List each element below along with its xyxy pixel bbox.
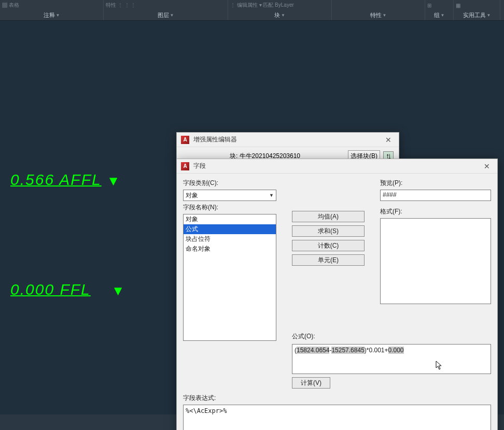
level-marker-icon: ▼ [107,173,121,189]
level-marker-icon: ▼ [111,283,126,299]
ribbon-label: 特性 [370,11,382,19]
ribbon-label: 块 [274,11,280,19]
ribbon-icons: ⊞ [427,1,451,9]
ribbon-label: 图层 [158,11,169,19]
list-item[interactable]: 块占位符 [184,234,276,244]
formula-label: 公式(O): [292,332,365,341]
left-column: 字段类别(C): 对象 ▼ 字段名称(N): 对象 公式 块占位符 命名对象 [183,179,276,341]
dialog-title-bar: A 增强属性编辑器 ✕ [177,133,399,147]
ribbon-panel-annotation[interactable]: ▦ 表格 注释▼ [0,0,104,20]
sum-button[interactable]: 求和(S) [292,225,365,237]
chevron-down-icon: ▼ [269,193,274,198]
cad-text-value: 0.566 AFFL [10,171,102,188]
field-name-label: 字段名称(N): [183,203,276,212]
chevron-down-icon: ▼ [56,13,60,18]
chevron-down-icon: ▼ [487,13,491,18]
count-button[interactable]: 计数(C) [292,240,365,251]
ribbon-icons: ⋮ 编辑属性 ▾ 匹配 ByLayer [230,1,329,9]
preview-label: 预览(P): [380,179,491,188]
list-item[interactable]: 公式 [184,224,276,234]
dropdown-value: 对象 [186,191,198,200]
average-button[interactable]: 均值(A) [292,211,365,222]
right-column: 预览(P): #### 格式(F): [380,179,491,341]
ribbon-panel-layer[interactable]: 特性 ⋮ ⋮ ⋮ 图层▼ [104,0,228,20]
dialog-title: 增强属性编辑器 [193,135,382,144]
ribbon-panel-utility[interactable]: ▦ 实用工具▼ [454,0,500,20]
ribbon-icons: ▦ [456,1,498,9]
mid-column: 均值(A) 求和(S) 计数(C) 单元(E) 公式(O): [292,179,365,341]
ribbon-label: 实用工具 [463,11,486,19]
chevron-down-icon: ▼ [281,13,285,18]
app-icon: A [181,136,189,144]
ribbon-label: 组 [434,11,440,19]
ribbon-icons [334,1,423,9]
cad-text-affl: 0.566 AFFL▼ [10,171,121,190]
dialog-body: 字段类别(C): 对象 ▼ 字段名称(N): 对象 公式 块占位符 命名对象 均… [177,174,497,430]
dialog-title-bar[interactable]: A 字段 ✕ [177,159,497,174]
ribbon-panel-group[interactable]: ⊞ 组▼ [425,0,454,20]
chevron-down-icon: ▼ [383,13,387,18]
formula-input[interactable]: (15824.0654-15257.6845)*0.001+0.000 [292,344,491,374]
ribbon: ▦ 表格 注释▼ 特性 ⋮ ⋮ ⋮ 图层▼ ⋮ 编辑属性 ▾ 匹配 ByLaye… [0,0,504,21]
format-label: 格式(F): [380,207,491,216]
ribbon-panel-properties[interactable]: 特性▼ [332,0,425,20]
cad-text-ffl: 0.000 FFL▼ [10,281,125,299]
ribbon-icons: ▦ 表格 [2,1,101,9]
app-icon: A [181,162,189,170]
chevron-down-icon: ▼ [170,13,174,18]
field-name-listbox[interactable]: 对象 公式 块占位符 命名对象 [183,214,276,341]
chevron-down-icon: ▼ [441,13,445,18]
ribbon-label: 注释 [44,11,55,19]
ribbon-panel-block[interactable]: ⋮ 编辑属性 ▾ 匹配 ByLayer 块▼ [228,0,332,20]
close-icon[interactable]: ✕ [481,162,493,170]
ribbon-icons: 特性 ⋮ ⋮ ⋮ [106,1,226,9]
format-listbox[interactable] [380,218,491,304]
close-icon[interactable]: ✕ [382,136,395,144]
field-category-label: 字段类别(C): [183,179,276,188]
dialog-title: 字段 [193,162,481,170]
preview-field: #### [380,190,491,201]
field-category-dropdown[interactable]: 对象 ▼ [183,190,276,201]
calculate-button[interactable]: 计算(V) [292,377,330,389]
list-item[interactable]: 命名对象 [184,244,276,254]
list-item[interactable]: 对象 [184,214,276,224]
field-dialog: A 字段 ✕ 字段类别(C): 对象 ▼ 字段名称(N): 对象 公式 块占位符… [176,159,498,430]
cell-button[interactable]: 单元(E) [292,254,365,266]
cad-text-value: 0.000 FFL [10,281,91,298]
field-expr-output: %<\AcExpr>% [183,405,491,430]
field-expr-label: 字段表达式: [183,394,491,403]
